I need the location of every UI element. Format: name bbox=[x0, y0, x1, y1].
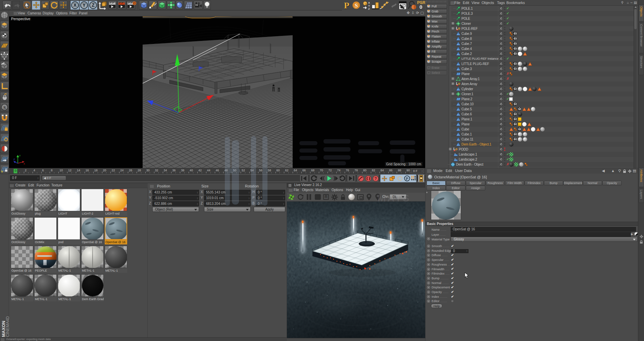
svg-text:X: X bbox=[23, 163, 25, 165]
svg-text:Y: Y bbox=[368, 4, 370, 7]
svg-text:Z: Z bbox=[92, 2, 95, 8]
svg-text:Z: Z bbox=[13, 158, 15, 161]
svg-text:Y: Y bbox=[1, 170, 3, 173]
svg-text:?: ? bbox=[375, 176, 377, 181]
svg-text:Y: Y bbox=[19, 155, 21, 157]
svg-text:S: S bbox=[3, 105, 6, 110]
svg-text:X: X bbox=[73, 2, 77, 8]
svg-text:X: X bbox=[368, 1, 370, 4]
svg-text:S: S bbox=[355, 2, 358, 9]
svg-text:Z: Z bbox=[368, 7, 370, 10]
svg-text:P: P bbox=[406, 177, 408, 181]
svg-text:Y: Y bbox=[83, 2, 86, 8]
